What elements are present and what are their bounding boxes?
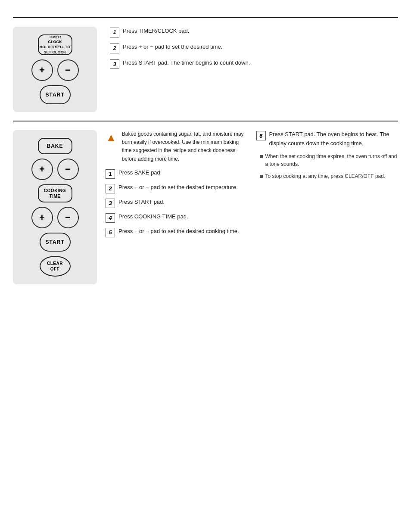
bake-step-4: 4 Press COOKING TIME pad. — [106, 212, 248, 223]
bake-bullet-2: To stop cooking at any time, press CLEAR… — [260, 172, 399, 180]
page-container: TIMER CLOCK HOLD 3 SEC. TO SET CLOCK + −… — [0, 0, 411, 310]
bake-instructions: ▲ Baked goods containing sugar, fat, and… — [106, 130, 398, 284]
bake-minus-button-1[interactable]: − — [57, 159, 79, 180]
bake-bullet-1: When the set cooking time expires, the o… — [260, 152, 399, 168]
bake-step-num-6: 6 — [256, 131, 266, 140]
bake-step-num-4: 4 — [106, 213, 115, 223]
bake-step-1: 1 Press BAKE pad. — [106, 168, 248, 179]
clear-off-button[interactable]: CLEAR OFF — [40, 256, 71, 277]
bake-step-5: 5 Press + or − pad to set the desired co… — [106, 227, 248, 237]
bake-step-num-2: 2 — [106, 184, 115, 193]
bake-plus-button-1[interactable]: + — [31, 159, 53, 180]
timer-plus-minus-row: + − — [31, 59, 79, 81]
warning-icon: ▲ — [106, 131, 117, 144]
bake-step-6: 6 Press START pad. The oven begins to he… — [256, 130, 399, 148]
bake-step-2: 2 Press + or − pad to set the desired te… — [106, 183, 248, 193]
cooking-time-button[interactable]: COOKING TIME — [38, 184, 72, 202]
bake-panel: BAKE + − COOKING TIME + − — [13, 130, 97, 284]
bake-col-left: ▲ Baked goods containing sugar, fat, and… — [106, 130, 248, 284]
timer-step-2: 2 Press + or − pad to set the desired ti… — [110, 43, 394, 53]
timer-start-button[interactable]: START — [40, 85, 71, 104]
timer-clock-button[interactable]: TIMER CLOCK HOLD 3 SEC. TO SET CLOCK — [38, 34, 72, 55]
step-num-3: 3 — [110, 59, 119, 69]
bake-start-button[interactable]: START — [40, 233, 71, 252]
warning-row: ▲ Baked goods containing sugar, fat, and… — [106, 130, 248, 163]
section-timer-clock: TIMER CLOCK HOLD 3 SEC. TO SET CLOCK + −… — [13, 18, 398, 121]
timer-step-1: 1 Press TIMER/CLOCK pad. — [110, 27, 394, 37]
timer-step-3: 3 Press START pad. The timer begins to c… — [110, 59, 394, 69]
bake-step-3: 3 Press START pad. — [106, 198, 248, 208]
bake-col-right: 6 Press START pad. The oven begins to he… — [256, 130, 399, 284]
timer-instructions: 1 Press TIMER/CLOCK pad. 2 Press + or − … — [106, 27, 398, 112]
bullet-square-1 — [260, 155, 263, 158]
bake-step-num-5: 5 — [106, 228, 115, 237]
bake-minus-button-2[interactable]: − — [57, 207, 79, 228]
bake-button[interactable]: BAKE — [38, 138, 72, 154]
timer-plus-button[interactable]: + — [31, 59, 53, 81]
step-num-2: 2 — [110, 44, 119, 53]
bake-step-num-3: 3 — [106, 199, 115, 208]
timer-minus-button[interactable]: − — [57, 59, 79, 81]
bake-plus-button-2[interactable]: + — [31, 207, 53, 228]
bake-step-num-1: 1 — [106, 169, 115, 179]
bake-plus-minus-row2: + − — [31, 207, 79, 228]
step-num-1: 1 — [110, 28, 119, 37]
bake-plus-minus-row1: + − — [31, 159, 79, 180]
timer-clock-panel: TIMER CLOCK HOLD 3 SEC. TO SET CLOCK + −… — [13, 27, 97, 112]
bullet-square-2 — [260, 175, 263, 178]
section-bake: BAKE + − COOKING TIME + − — [13, 121, 398, 293]
